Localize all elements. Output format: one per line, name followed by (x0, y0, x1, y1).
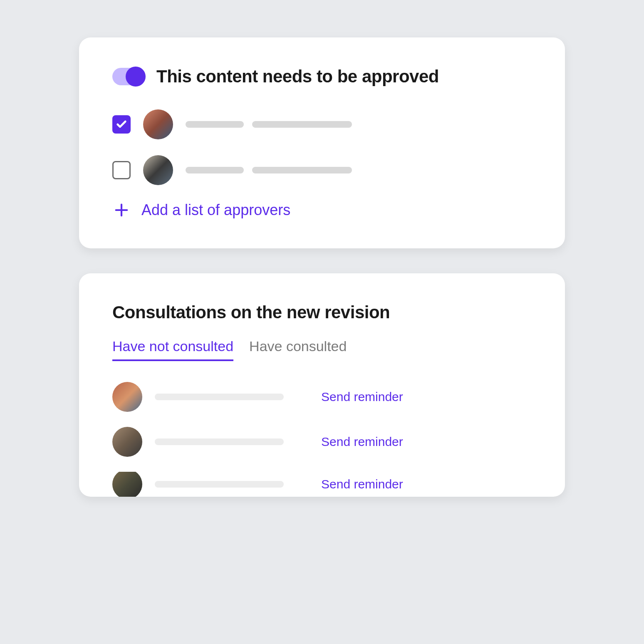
approval-toggle[interactable] (112, 68, 144, 85)
name-placeholder (155, 481, 284, 488)
check-icon (116, 119, 127, 130)
add-approvers-button[interactable]: Add a list of approvers (112, 201, 532, 219)
name-placeholder (155, 438, 284, 445)
consultations-title: Consultations on the new revision (112, 302, 532, 322)
tab-consulted[interactable]: Have consulted (249, 338, 347, 361)
send-reminder-button[interactable]: Send reminder (321, 435, 403, 449)
send-reminder-button[interactable]: Send reminder (321, 477, 403, 491)
approval-header: This content needs to be approved (112, 67, 532, 87)
name-placeholder (186, 121, 244, 128)
approval-card: This content needs to be approved (79, 37, 565, 248)
detail-placeholder (252, 121, 352, 128)
consultation-row: Send reminder (112, 472, 532, 497)
consultation-row: Send reminder (112, 427, 532, 457)
consultation-row: Send reminder (112, 382, 532, 412)
avatar (143, 109, 173, 139)
placeholder-group (186, 167, 352, 173)
approval-title: This content needs to be approved (156, 67, 439, 87)
send-reminder-button[interactable]: Send reminder (321, 390, 403, 404)
name-placeholder (155, 394, 284, 400)
toggle-knob (126, 67, 146, 87)
approver-checkbox[interactable] (112, 115, 131, 134)
detail-placeholder (252, 167, 352, 173)
avatar (112, 382, 142, 412)
approver-row (112, 155, 532, 185)
page-container: This content needs to be approved (21, 21, 623, 623)
avatar (112, 427, 142, 457)
tab-not-consulted[interactable]: Have not consulted (112, 338, 233, 361)
name-placeholder (186, 167, 244, 173)
add-approvers-label: Add a list of approvers (141, 201, 290, 219)
tabs: Have not consulted Have consulted (112, 338, 532, 361)
approver-checkbox[interactable] (112, 161, 131, 179)
avatar (143, 155, 173, 185)
plus-icon (112, 201, 131, 219)
consultations-card: Consultations on the new revision Have n… (79, 273, 565, 497)
placeholder-group (186, 121, 352, 128)
avatar (112, 472, 142, 497)
approver-row (112, 109, 532, 139)
